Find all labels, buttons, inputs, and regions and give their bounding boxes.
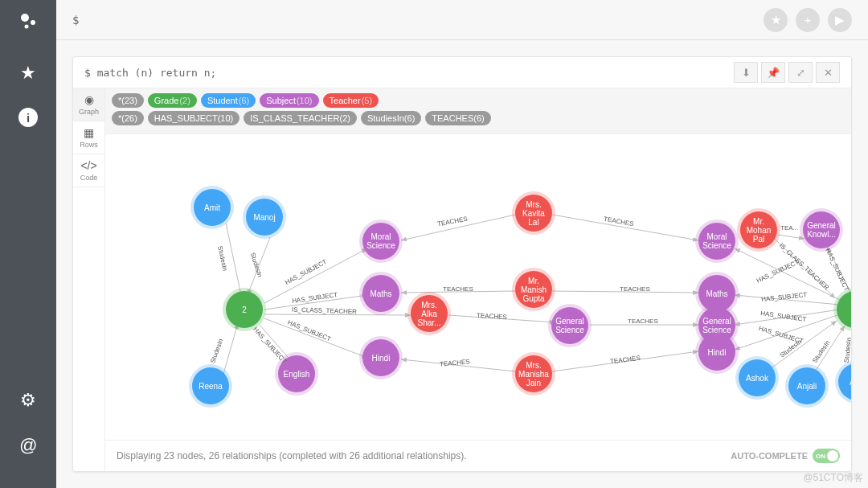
editor-prompt[interactable]: $ — [72, 14, 79, 27]
node-anjali[interactable]: Anjali — [788, 367, 825, 404]
svg-point-2 — [25, 25, 29, 29]
card-header: $ match (n) return n; ⬇ 📌 ⤢ ✕ — [73, 57, 851, 88]
expand-icon[interactable]: ⤢ — [788, 62, 813, 83]
svg-line-25 — [778, 235, 805, 239]
neo4j-logo-icon — [18, 12, 38, 35]
tab-graph[interactable]: ◉Graph — [73, 88, 104, 121]
edge-studesin: StudesIn — [843, 337, 851, 363]
edge-teaches: TEACHES — [440, 358, 470, 367]
auto-complete-toggle[interactable]: ON — [813, 449, 840, 463]
edge-is-class-teacher: IS_CLASS_TEACHER — [292, 306, 357, 316]
at-icon[interactable]: @ — [19, 435, 37, 456]
node-grade-3[interactable]: 3 — [837, 291, 851, 328]
edge-has-subject: HAS_SUBJECT — [252, 326, 288, 365]
cmd-text: $ match (n) return n; — [84, 67, 216, 79]
node-reena[interactable]: Reena — [192, 367, 229, 404]
chip-grade[interactable]: Grade(2) — [148, 93, 197, 108]
node-anu[interactable]: Anu — [838, 363, 851, 400]
status-text: Displaying 23 nodes, 26 relationships (c… — [117, 450, 467, 461]
chip-is-class-teacher[interactable]: IS_CLASS_TEACHER(2) — [244, 111, 357, 125]
edge-tea: TEA... — [780, 224, 798, 232]
edge-teaches: TEACHES — [477, 312, 507, 321]
chips-panel: *(23) Grade(2) Student(6) Subject(10) Te… — [105, 88, 851, 134]
node-kavita[interactable]: Mrs. Kavita Lal — [515, 195, 552, 232]
node-ashok[interactable]: Ashok — [739, 359, 776, 396]
chip-teacher[interactable]: Teacher(5) — [323, 93, 379, 108]
svg-point-0 — [21, 14, 29, 22]
node-manish[interactable]: Mr. Manish Gupta — [515, 271, 552, 308]
node-mohan[interactable]: Mr. Mohan Pal — [740, 211, 777, 248]
tab-code[interactable]: </>Code — [73, 154, 104, 187]
svg-point-1 — [31, 20, 35, 25]
top-editor-bar: $ ★ + ▶ — [56, 0, 868, 40]
close-icon[interactable]: ✕ — [816, 62, 840, 83]
chip-studies-in[interactable]: StudiesIn(6) — [361, 111, 421, 125]
node-general-science-1[interactable]: General Science — [551, 307, 588, 344]
result-card: $ match (n) return n; ⬇ 📌 ⤢ ✕ ◉Graph ▦Ro… — [72, 56, 852, 472]
node-general-knowledge[interactable]: General Knowl... — [803, 211, 840, 248]
edge-teaches: TEACHES — [628, 318, 658, 325]
edge-has-subject: HAS_SUBJECT — [761, 291, 808, 303]
chip-teaches[interactable]: TEACHES(6) — [425, 111, 490, 125]
chip-has-subject[interactable]: HAS_SUBJECT(10) — [148, 111, 240, 125]
edge-has-subject: HAS_SUBJECT — [292, 291, 338, 305]
node-moral-science-2[interactable]: Moral Science — [698, 223, 735, 260]
edge-studesin: StudesIn — [811, 339, 831, 364]
node-manoj[interactable]: Manoj — [246, 199, 283, 236]
node-amit[interactable]: Amit — [194, 189, 231, 226]
node-grade-2[interactable]: 2 — [226, 291, 263, 328]
edge-studesin: StudesIn — [216, 245, 228, 272]
tab-rows[interactable]: ▦Rows — [73, 121, 104, 154]
left-sidebar: ★ i ⚙ @ — [0, 0, 56, 488]
edge-teaches: TEACHES — [610, 355, 641, 366]
pin-icon[interactable]: 📌 — [761, 62, 785, 83]
favorite-button[interactable]: ★ — [764, 8, 788, 32]
node-hindi-2[interactable]: Hindi — [698, 334, 735, 371]
watermark: @51CTO博客 — [803, 471, 863, 485]
svg-line-3 — [226, 223, 242, 299]
chip-student[interactable]: Student(6) — [201, 93, 256, 108]
work-area: $ match (n) return n; ⬇ 📌 ⤢ ✕ ◉Graph ▦Ro… — [56, 40, 868, 488]
add-button[interactable]: + — [796, 8, 820, 32]
node-manisha[interactable]: Mrs. Manisha Jain — [515, 355, 552, 392]
edge-studesin: StudesIn — [249, 252, 264, 278]
edge-teaches: TEACHES — [443, 285, 473, 293]
chip-all-nodes[interactable]: *(23) — [112, 93, 144, 108]
edge-has-subject: HAS_SUBJECT — [286, 319, 332, 343]
download-icon[interactable]: ⬇ — [734, 62, 758, 83]
run-button[interactable]: ▶ — [828, 8, 852, 32]
gear-icon[interactable]: ⚙ — [20, 390, 36, 411]
node-alka[interactable]: Mrs. Alka Shar... — [411, 295, 448, 332]
edge-has-subject: HAS_SUBJECT — [284, 258, 328, 286]
card-footer: Displaying 23 nodes, 26 relationships (c… — [105, 440, 851, 471]
auto-complete-label: AUTO-COMPLETE — [731, 451, 808, 461]
edge-has-subject: HAS_SUBJECT — [760, 310, 807, 323]
node-moral-science-1[interactable]: Moral Science — [362, 223, 399, 260]
node-maths-1[interactable]: Maths — [362, 275, 399, 312]
star-icon[interactable]: ★ — [20, 63, 36, 84]
info-icon[interactable]: i — [18, 108, 38, 127]
edge-studesin: StudesIn — [209, 338, 224, 364]
graph-canvas[interactable]: 2 Amit Manoj Reena Moral Science Maths H… — [105, 134, 851, 440]
view-tabs: ◉Graph ▦Rows </>Code — [73, 88, 105, 471]
edge-teaches: TEACHES — [604, 215, 635, 228]
chip-subject[interactable]: Subject(10) — [260, 93, 318, 108]
node-hindi-1[interactable]: Hindi — [362, 339, 399, 376]
svg-line-5 — [222, 323, 238, 379]
edge-teaches: TEACHES — [620, 285, 650, 293]
chip-all-rels[interactable]: *(26) — [112, 111, 144, 125]
edge-teaches: TEACHES — [437, 215, 469, 228]
